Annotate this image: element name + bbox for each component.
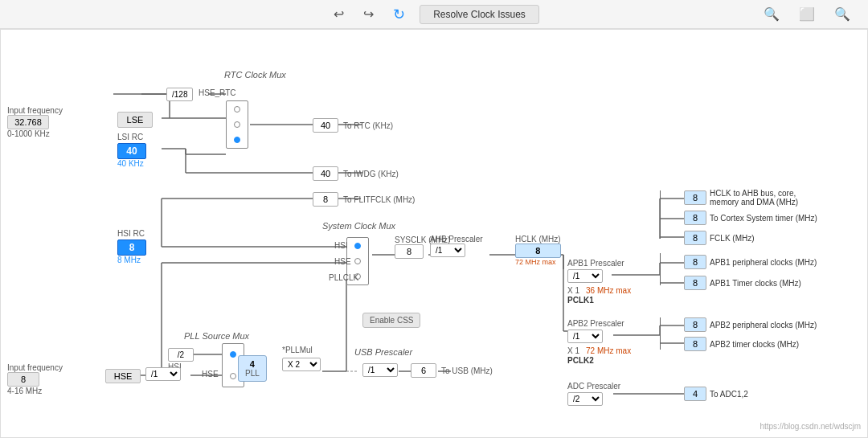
rtc-mux-text: RTC Clock Mux (224, 70, 286, 80)
apb2-prescaler-section: APB2 Prescaler /1/2 X 1 72 MHz max PCLK2 (567, 319, 631, 365)
iwdg-out-value: 40 (313, 166, 338, 181)
lsi-rc-text: LSI RC (117, 133, 146, 141)
enable-css-button[interactable]: Enable CSS (362, 313, 420, 328)
resolve-clock-button[interactable]: Resolve Clock Issues (420, 5, 539, 24)
input-hse-field[interactable] (7, 372, 39, 387)
adc-div-select[interactable]: /2/4/6/8 (567, 392, 603, 406)
hsi-rc-label: HSI RC (117, 229, 146, 238)
sys-mux-hsi-label: HSI (334, 240, 348, 250)
output-7-value: 8 (684, 337, 706, 351)
output-row-3: 8 FCLK (MHz) (684, 231, 755, 245)
apb2-div-select[interactable]: /1/2 (567, 330, 603, 343)
usb-output: 6 To USB (MHz) (411, 363, 493, 378)
output-8-value: 4 (684, 387, 706, 401)
toolbar: ↩ ↪ ↻ Resolve Clock Issues 🔍 ⬜ 🔍 (0, 0, 868, 29)
lse-value: LSE (117, 112, 153, 128)
pll-mux-dot-1 (230, 351, 236, 358)
pll-hse-label: HSE (202, 369, 219, 379)
apb1-dist-line (660, 253, 661, 285)
usb-div-select[interactable]: /1/1.5 (362, 363, 398, 377)
refresh-button[interactable]: ↻ (388, 2, 410, 27)
sys-mux-pllclk-label: PLLCLK (329, 272, 358, 282)
hse-block: HSE (105, 369, 141, 383)
redo-button[interactable]: ↪ (358, 3, 379, 25)
output-5-label: APB1 Timer clocks (MHz) (710, 279, 801, 288)
usb-unit: To USB (MHz) (441, 366, 493, 375)
iwdg-unit: To IWDG (KHz) (343, 170, 399, 178)
rtc-mux-dot-2 (234, 121, 240, 128)
pclk2-label: PCLK2 (567, 356, 631, 365)
usb-prescaler-text: USB Prescaler (354, 347, 412, 357)
output-7-label: APB2 timer clocks (MHz) (710, 340, 799, 349)
pll-value: 4 (245, 359, 260, 369)
hsi-value: 8 (117, 239, 146, 256)
sys-mux-text: System Clock Mux (322, 221, 395, 231)
output-row-6: 8 APB2 peripheral clocks (MHz) (684, 317, 817, 332)
undo-button[interactable]: ↩ (329, 3, 349, 25)
output-row-4: 8 APB1 peripheral clocks (MHz) (684, 255, 817, 269)
watermark: https://blog.csdn.net/wdscjm (760, 422, 861, 431)
pll-mux-text: PLL Source Mux (184, 331, 249, 341)
hse-div-label: /128 (166, 88, 193, 101)
lsi-rc-label: LSI RC 40 40 KHz (117, 133, 146, 168)
output-3-value: 8 (684, 231, 706, 245)
hse-div1-select[interactable]: /1/2 (145, 367, 181, 381)
rtc-unit: To RTC (KHz) (343, 121, 393, 130)
pll-mul-select[interactable]: X 2X 3X 4X 6X 8 (282, 358, 321, 371)
apb1-div-select[interactable]: /1/2/4 (567, 269, 603, 283)
apb2-label: APB2 Prescaler (567, 319, 631, 328)
pll-mux-dot-2 (230, 373, 236, 379)
zoom-out-button[interactable]: 🔍 (829, 3, 855, 25)
lsi-freq: 40 KHz (117, 159, 146, 168)
flitfclk-output: 8 To FLITFCLK (MHz) (313, 192, 415, 207)
pll-mul-select-section: X 2X 3X 4X 6X 8 (282, 358, 321, 371)
output-1-label: HCLK to AHB bus, core,memory and DMA (MH… (710, 189, 798, 207)
apb1-max: 36 MHz max (586, 286, 631, 295)
zoom-fit-button[interactable]: ⬜ (794, 3, 820, 25)
rtc-mux[interactable] (226, 100, 248, 149)
output-row-1: 8 HCLK to AHB bus, core,memory and DMA (… (684, 189, 798, 207)
rtc-out-value: 40 (313, 118, 338, 133)
sys-mux-hse-label: HSE (334, 256, 351, 266)
apb2-max: 72 MHz max (586, 346, 631, 355)
sys-mux-dot-2 (354, 258, 361, 264)
hse-div128: /128 (166, 88, 193, 101)
hse-rtc-text: HSE_RTC (199, 88, 236, 97)
output-4-label: APB1 peripheral clocks (MHz) (710, 258, 817, 267)
ahb-label: AHB Prescaler (430, 235, 483, 244)
hsi-freq: 8 MHz (117, 256, 146, 264)
rtc-mux-dot-1 (234, 106, 240, 113)
hclk-dist-line (660, 190, 661, 239)
lse-block: LSE (117, 112, 153, 128)
input-hse-section: Input frequency 4-16 MHz (7, 363, 63, 395)
hsi-rc-section: HSI RC 8 8 MHz (117, 229, 146, 264)
ahb-div-select[interactable]: /1/2/4/8 (430, 244, 465, 257)
output-5-value: 8 (684, 276, 706, 290)
input-hse-label: Input frequency (7, 363, 63, 372)
input-lse-field[interactable] (7, 115, 49, 129)
diagram-area: Input frequency 0-1000 KHz LSE LSI RC 40… (0, 29, 868, 438)
toolbar-right: 🔍 ⬜ 🔍 (759, 3, 855, 25)
ahb-prescaler-section: AHB Prescaler /1/2/4/8 (430, 235, 483, 257)
hclk-value: 8 (515, 244, 561, 258)
pll-label: PLL (245, 369, 260, 378)
rtc-mux-label: RTC Clock Mux (224, 70, 286, 80)
rtc-mux-box (226, 100, 248, 149)
rtc-output: 40 To RTC (KHz) (313, 118, 393, 133)
enable-css-section: Enable CSS (362, 313, 420, 328)
sysclk-value: 8 (395, 244, 424, 259)
pll-box: 4 PLL (238, 355, 267, 382)
pll-mux-label: PLL Source Mux (184, 331, 249, 341)
output-6-label: APB2 peripheral clocks (MHz) (710, 321, 817, 330)
output-2-value: 8 (684, 211, 706, 225)
output-3-label: FCLK (MHz) (710, 234, 755, 243)
sys-mux-dot-1 (354, 243, 361, 249)
output-8-label: To ADC1,2 (710, 390, 748, 399)
output-row-7: 8 APB2 timer clocks (MHz) (684, 337, 799, 351)
output-1-value: 8 (684, 190, 706, 205)
zoom-in-button[interactable]: 🔍 (759, 3, 784, 25)
output-2-label: To Cortex System timer (MHz) (710, 214, 817, 223)
hclk-label: HCLK (MHz) (515, 235, 561, 244)
pll-mul-text: *PLLMul (282, 346, 313, 354)
input-lse-range: 0-1000 KHz (7, 129, 63, 138)
